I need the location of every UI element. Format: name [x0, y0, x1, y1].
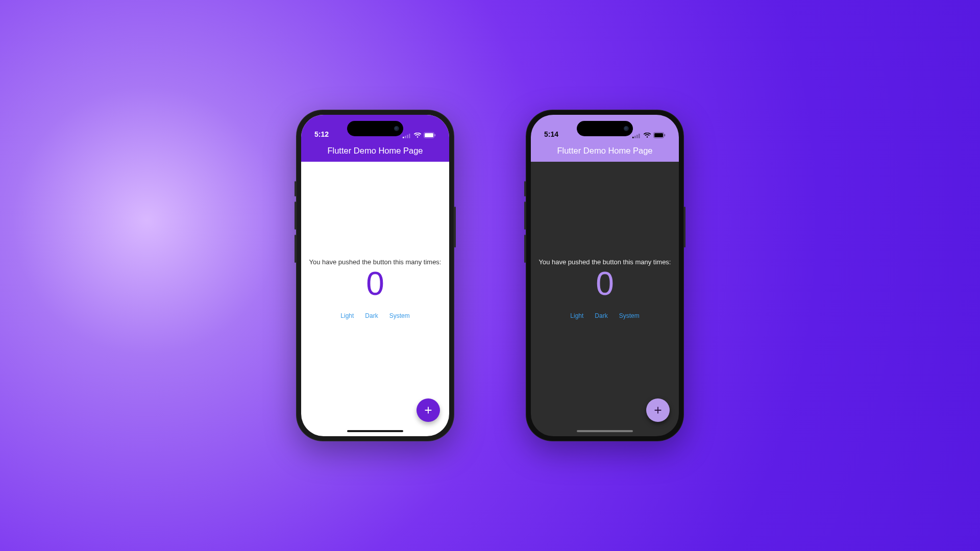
phone-power-button: [684, 207, 685, 247]
theme-mode-row: Light Dark System: [340, 312, 409, 319]
status-time: 5:12: [314, 130, 329, 138]
theme-system-button[interactable]: System: [619, 312, 640, 319]
theme-light-button[interactable]: Light: [340, 312, 354, 319]
svg-rect-10: [639, 134, 640, 138]
plus-icon: [423, 405, 434, 416]
increment-fab[interactable]: [416, 398, 440, 422]
dynamic-island: [347, 121, 403, 136]
phone-volume-up: [295, 202, 296, 230]
app-bar-title: Flutter Demo Home Page: [557, 146, 652, 156]
svg-rect-8: [634, 136, 636, 138]
phone-mute-switch: [524, 181, 526, 196]
svg-rect-9: [636, 135, 638, 138]
phone-mute-switch: [295, 181, 296, 196]
phone-volume-up: [524, 202, 526, 230]
theme-dark-button[interactable]: Dark: [595, 312, 607, 319]
wifi-icon: [413, 133, 422, 138]
app-bar: Flutter Demo Home Page: [301, 139, 449, 162]
status-icons: [403, 132, 436, 138]
theme-mode-row: Light Dark System: [570, 312, 639, 319]
svg-rect-12: [654, 133, 663, 137]
svg-rect-6: [435, 134, 436, 136]
cellular-icon: [403, 133, 411, 138]
home-indicator: [577, 430, 633, 432]
counter-prompt: You have pushed the button this many tim…: [309, 258, 442, 266]
dynamic-island: [577, 121, 633, 136]
battery-icon: [424, 132, 436, 138]
counter-value: 0: [596, 267, 614, 301]
svg-rect-3: [409, 134, 410, 138]
app-bar-title: Flutter Demo Home Page: [327, 146, 423, 156]
svg-rect-7: [632, 137, 634, 138]
phone-power-button: [454, 207, 456, 247]
svg-rect-1: [405, 136, 406, 138]
phone-frame-dark: 5:14 Flutter Demo Home Page You have pus…: [526, 110, 684, 441]
theme-light-button[interactable]: Light: [570, 312, 583, 319]
plus-icon: [652, 405, 664, 416]
theme-system-button[interactable]: System: [389, 312, 410, 319]
page-body: You have pushed the button this many tim…: [531, 162, 679, 436]
counter-prompt: You have pushed the button this many tim…: [539, 258, 671, 266]
status-time: 5:14: [544, 130, 558, 138]
screen-dark: 5:14 Flutter Demo Home Page You have pus…: [531, 115, 679, 436]
svg-rect-13: [665, 134, 666, 136]
theme-dark-button[interactable]: Dark: [365, 312, 378, 319]
app-bar: Flutter Demo Home Page: [531, 139, 679, 162]
home-indicator: [347, 430, 403, 432]
status-icons: [632, 132, 666, 138]
svg-rect-2: [407, 135, 408, 138]
wifi-icon: [643, 133, 651, 138]
screen-light: 5:12 Flutter Demo Home Page You have pus…: [301, 115, 449, 436]
cellular-icon: [632, 133, 641, 138]
counter-value: 0: [366, 267, 384, 301]
phone-frame-light: 5:12 Flutter Demo Home Page You have pus…: [296, 110, 454, 441]
battery-icon: [653, 132, 666, 138]
svg-rect-5: [425, 133, 433, 137]
page-body: You have pushed the button this many tim…: [301, 162, 449, 436]
phone-volume-down: [295, 235, 296, 263]
svg-rect-0: [403, 137, 404, 138]
phone-volume-down: [524, 235, 526, 263]
increment-fab[interactable]: [646, 398, 670, 422]
